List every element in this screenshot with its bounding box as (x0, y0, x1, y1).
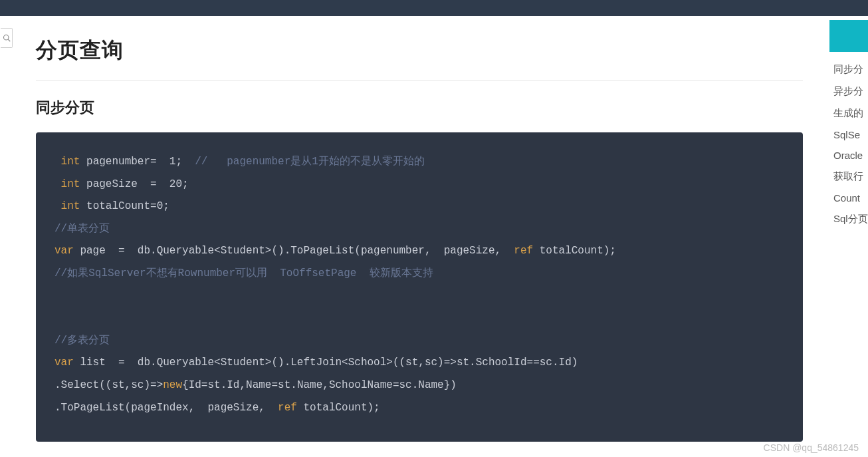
code-blank (54, 290, 61, 302)
section-title: 同步分页 (36, 98, 803, 118)
code-text: page = db.Queryable<Student>().ToPageLis… (74, 245, 514, 257)
code-text: totalCount); (533, 245, 616, 257)
toc-item[interactable]: 生成的 (829, 102, 868, 124)
code-text: totalCount=0; (80, 200, 169, 212)
svg-point-0 (3, 35, 9, 41)
code-keyword: int (61, 156, 80, 168)
code-comment: //如果SqlServer不想有Rownumber可以用 ToOffsetPag… (54, 267, 433, 279)
divider (36, 80, 803, 80)
code-comment: //多表分页 (54, 335, 110, 347)
toc-item[interactable]: Count (829, 188, 868, 208)
code-text: {Id=st.Id,Name=st.Name,SchoolName=sc.Nam… (182, 379, 457, 391)
layout: 分页查询 同步分页 int pagenumber= 1; // pagenumb… (0, 16, 868, 457)
toc-item[interactable]: 获取行 (829, 166, 868, 188)
code-comment: // pagenumber是从1开始的不是从零开始的 (195, 156, 425, 168)
code-comment: //单表分页 (54, 223, 110, 235)
code-keyword: var (54, 245, 74, 257)
code-text: .Select((st,sc)=> (54, 379, 163, 391)
toc-item[interactable]: 异步分 (829, 80, 868, 102)
toc-item[interactable]: 同步分 (829, 59, 868, 80)
top-nav-bar (0, 0, 868, 16)
code-keyword: ref (278, 402, 297, 414)
left-gutter (0, 16, 13, 457)
code-keyword: int (61, 178, 80, 190)
right-sidebar: 同步分 异步分 生成的 SqlSe Oracle 获取行 Count Sql分页 (829, 16, 868, 457)
svg-line-1 (8, 39, 10, 41)
main-content: 分页查询 同步分页 int pagenumber= 1; // pagenumb… (13, 16, 829, 457)
code-keyword: new (163, 379, 182, 391)
toc-item[interactable]: Oracle (829, 145, 868, 166)
code-text: pagenumber= 1; (80, 156, 195, 168)
toc-list: 同步分 异步分 生成的 SqlSe Oracle 获取行 Count Sql分页 (829, 52, 868, 230)
code-keyword: int (61, 200, 80, 212)
search-icon (3, 34, 11, 42)
code-text: totalCount); (297, 402, 380, 414)
toc-active-bar[interactable] (829, 20, 868, 52)
code-block: int pagenumber= 1; // pagenumber是从1开始的不是… (36, 132, 803, 442)
code-text: list = db.Queryable<Student>().LeftJoin<… (74, 357, 578, 369)
code-keyword: ref (514, 245, 533, 257)
code-blank (54, 312, 61, 324)
code-text: .ToPageList(pageIndex, pageSize, (54, 402, 278, 414)
page-title: 分页查询 (36, 36, 803, 65)
toc-item[interactable]: Sql分页 (829, 208, 868, 230)
code-keyword: var (54, 357, 74, 369)
toc-item[interactable]: SqlSe (829, 124, 868, 145)
search-button[interactable] (1, 28, 13, 48)
code-text: pageSize = 20; (80, 178, 188, 190)
